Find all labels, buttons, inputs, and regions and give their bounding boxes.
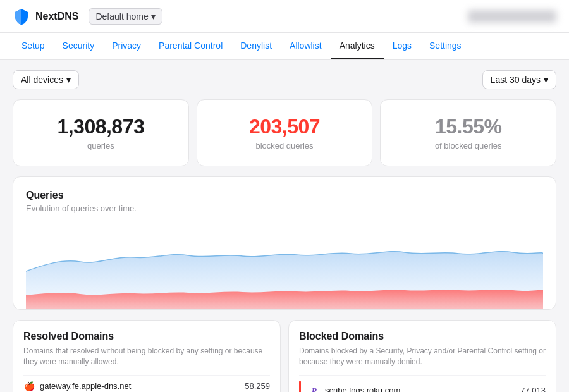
- user-info-blur: [468, 10, 556, 23]
- profile-dropdown[interactable]: Default home ▾: [89, 8, 162, 25]
- resolved-count-1: 58,259: [245, 381, 270, 391]
- percent-number: 15.55%: [396, 115, 541, 138]
- queries-label: queries: [28, 141, 173, 150]
- device-filter-label: All devices: [21, 75, 63, 85]
- tab-denylist[interactable]: Denylist: [231, 33, 281, 59]
- tab-privacy[interactable]: Privacy: [103, 33, 150, 59]
- queries-number: 1,308,873: [28, 115, 173, 138]
- logo-text: NextDNS: [35, 11, 78, 22]
- chart-card: Queries Evolution of queries over time.: [13, 176, 556, 310]
- header-right: [468, 10, 556, 23]
- resolved-row-1: 🍎 gateway.fe.apple-dns.net 58,259: [23, 375, 270, 392]
- blocked-desc: Domains blocked by a Security, Privacy a…: [299, 346, 546, 367]
- filter-row: All devices ▾ Last 30 days ▾: [13, 70, 556, 89]
- percent-label: of blocked queries: [396, 141, 541, 150]
- blocked-row-1: R scribe.logs.roku.com 77,013: [299, 375, 546, 392]
- profile-label: Default home: [95, 11, 148, 21]
- blocked-title: Blocked Domains: [299, 331, 546, 342]
- roku-icon: R: [309, 385, 320, 392]
- device-filter-button[interactable]: All devices ▾: [13, 70, 79, 89]
- device-chevron-icon: ▾: [66, 75, 71, 85]
- tab-security[interactable]: Security: [54, 33, 104, 59]
- resolved-domain-1: gateway.fe.apple-dns.net: [40, 381, 245, 391]
- nav: Setup Security Privacy Parental Control …: [0, 33, 569, 60]
- bottom-row: Resolved Domains Domains that resolved w…: [13, 320, 556, 392]
- blocked-domain-1: scribe.logs.roku.com: [325, 386, 520, 392]
- blocked-card: 203,507 blocked queries: [197, 99, 373, 166]
- tab-parental-control[interactable]: Parental Control: [150, 33, 231, 59]
- blocked-domains-card: Blocked Domains Domains blocked by a Sec…: [288, 320, 556, 392]
- content: All devices ▾ Last 30 days ▾ 1,308,873 q…: [0, 60, 569, 392]
- logo: NextDNS: [13, 8, 78, 25]
- time-filter-button[interactable]: Last 30 days ▾: [482, 70, 556, 89]
- apple-icon: 🍎: [23, 381, 35, 392]
- stats-row: 1,308,873 queries 203,507 blocked querie…: [13, 99, 556, 166]
- blocked-bar-1: [299, 381, 301, 392]
- chart-subtitle: Evolution of queries over time.: [26, 204, 543, 213]
- header: NextDNS Default home ▾: [0, 0, 569, 33]
- blocked-count-1: 77,013: [520, 386, 546, 392]
- tab-analytics[interactable]: Analytics: [331, 33, 384, 59]
- tab-settings[interactable]: Settings: [420, 33, 470, 59]
- chart-title: Queries: [26, 190, 543, 201]
- profile-chevron-icon: ▾: [151, 11, 156, 21]
- tab-logs[interactable]: Logs: [384, 33, 420, 59]
- resolved-domains-card: Resolved Domains Domains that resolved w…: [13, 320, 281, 392]
- time-filter-label: Last 30 days: [491, 75, 541, 85]
- percent-card: 15.55% of blocked queries: [380, 99, 556, 166]
- queries-card: 1,308,873 queries: [13, 99, 189, 166]
- blocked-label: blocked queries: [212, 141, 357, 150]
- time-chevron-icon: ▾: [544, 75, 548, 85]
- resolved-title: Resolved Domains: [23, 331, 270, 342]
- queries-chart: [26, 221, 543, 309]
- tab-allowlist[interactable]: Allowlist: [281, 33, 331, 59]
- blocked-number: 203,507: [212, 115, 357, 138]
- nextdns-logo-icon: [13, 8, 30, 25]
- resolved-desc: Domains that resolved without being bloc…: [23, 346, 270, 367]
- tab-setup[interactable]: Setup: [13, 33, 54, 59]
- chart-area: [26, 221, 543, 309]
